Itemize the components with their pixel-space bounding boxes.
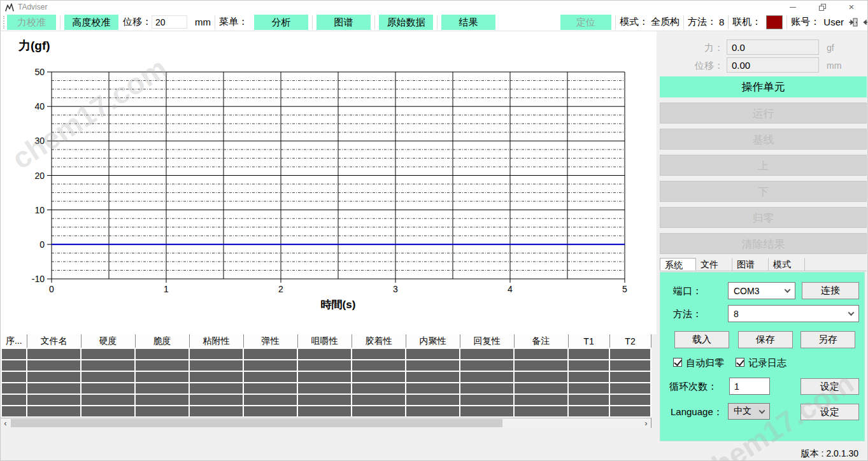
clear-results-button[interactable]: 清除结果 xyxy=(660,233,867,254)
table-cell xyxy=(568,406,609,417)
table-row[interactable] xyxy=(1,371,651,383)
log-label: 记录日志 xyxy=(748,357,786,369)
close-button[interactable]: × xyxy=(839,1,864,13)
up-button[interactable]: 上 xyxy=(660,155,867,176)
baseline-button[interactable]: 基线 xyxy=(660,129,867,150)
save-as-button[interactable]: 另存 xyxy=(800,331,855,348)
column-header[interactable]: 备注 xyxy=(514,334,568,348)
table-cell xyxy=(609,394,651,406)
table-cell xyxy=(27,394,81,406)
table-cell xyxy=(135,371,189,383)
height-calibration-button[interactable]: 高度校准 xyxy=(64,15,118,30)
raw-data-button[interactable]: 原始数据 xyxy=(379,15,433,30)
table-cell xyxy=(243,371,297,383)
save-button[interactable]: 保存 xyxy=(738,331,793,348)
connect-button[interactable]: 连接 xyxy=(802,282,859,299)
table-cell xyxy=(297,348,352,360)
column-header[interactable]: 序... xyxy=(1,334,27,348)
table-cell xyxy=(189,348,243,360)
tab-mode[interactable]: 模式 xyxy=(769,258,805,271)
column-header[interactable]: T2 xyxy=(609,334,651,348)
table-cell xyxy=(189,394,243,406)
column-header[interactable]: 内聚性 xyxy=(406,334,460,348)
table-cell xyxy=(568,371,609,383)
tab-system[interactable]: 系统 xyxy=(660,258,696,271)
graph-button[interactable]: 图谱 xyxy=(317,15,371,30)
tab-graph[interactable]: 图谱 xyxy=(732,258,769,271)
table-cell xyxy=(514,406,568,417)
table-cell xyxy=(27,360,81,371)
table-cell xyxy=(1,383,27,394)
set-cycles-button[interactable]: 设定 xyxy=(800,378,859,395)
force-unit: gf xyxy=(827,39,834,56)
table-cell xyxy=(297,406,352,417)
table-row[interactable] xyxy=(1,348,651,360)
table-cell xyxy=(27,348,81,360)
operation-unit-button[interactable]: 操作单元 xyxy=(660,76,867,97)
port-select[interactable]: COM3 xyxy=(728,282,795,299)
chart-plot-area: 50403020100-10012345 xyxy=(1,31,657,330)
login-icon[interactable] xyxy=(848,17,858,27)
analyze-button[interactable]: 分析 xyxy=(254,15,308,30)
table-cell xyxy=(460,383,514,394)
table-cell xyxy=(514,383,568,394)
horizontal-scrollbar[interactable]: ‹ › xyxy=(1,418,651,428)
column-header[interactable]: 咀嚼性 xyxy=(297,334,352,348)
log-checkbox[interactable] xyxy=(736,358,744,367)
set-language-button[interactable]: 设定 xyxy=(800,404,859,420)
table-row[interactable] xyxy=(1,406,651,417)
auto-zero-checkbox[interactable] xyxy=(673,358,682,367)
toolbar-separator xyxy=(728,15,729,29)
cycles-input[interactable] xyxy=(729,378,770,395)
results-table-panel: 序...文件名硬度脆度粘附性弹性咀嚼性胶着性内聚性回复性备注T1T2 ‹ › xyxy=(1,334,651,428)
minimize-icon xyxy=(790,7,796,8)
toolbar-grip[interactable] xyxy=(3,16,4,29)
svg-text:2: 2 xyxy=(278,284,283,294)
displacement-readout-field xyxy=(727,57,819,73)
language-select[interactable]: 中文 xyxy=(728,403,770,420)
table-row[interactable] xyxy=(1,394,651,406)
results-table: 序...文件名硬度脆度粘附性弹性咀嚼性胶着性内聚性回复性备注T1T2 xyxy=(1,334,651,418)
svg-text:3: 3 xyxy=(393,284,398,294)
column-header[interactable]: 弹性 xyxy=(243,334,297,348)
locate-button[interactable]: 定位 xyxy=(560,15,611,30)
table-cell xyxy=(81,383,135,394)
logout-icon[interactable] xyxy=(863,17,868,27)
table-cell xyxy=(460,348,514,360)
run-button[interactable]: 运行 xyxy=(660,103,867,124)
svg-text:50: 50 xyxy=(34,67,45,77)
mode-label: 模式： xyxy=(620,16,648,28)
load-button[interactable]: 载入 xyxy=(674,331,729,348)
down-button[interactable]: 下 xyxy=(660,181,867,202)
column-header[interactable]: T1 xyxy=(568,334,609,348)
displacement-input[interactable] xyxy=(152,15,187,29)
table-cell xyxy=(1,348,27,360)
column-header[interactable]: 粘附性 xyxy=(189,334,243,348)
chevron-down-icon xyxy=(785,287,791,293)
column-header[interactable]: 硬度 xyxy=(81,334,135,348)
column-header[interactable]: 脆度 xyxy=(135,334,189,348)
column-header[interactable]: 回复性 xyxy=(460,334,514,348)
table-cell xyxy=(189,406,243,417)
force-calibration-button[interactable]: 力校准 xyxy=(7,15,56,30)
table-cell xyxy=(81,371,135,383)
table-row[interactable] xyxy=(1,383,651,394)
table-cell xyxy=(609,360,651,371)
table-row[interactable] xyxy=(1,360,651,371)
method-select[interactable]: 8 xyxy=(728,305,859,322)
table-cell xyxy=(406,406,460,417)
displacement-label: 位移： xyxy=(123,16,152,28)
restore-button[interactable] xyxy=(810,1,834,13)
table-cell xyxy=(297,383,352,394)
scroll-left-arrow-icon[interactable]: ‹ xyxy=(1,418,10,428)
tab-file[interactable]: 文件 xyxy=(696,258,732,271)
table-cell xyxy=(406,371,460,383)
scroll-right-arrow-icon[interactable]: › xyxy=(641,418,651,428)
column-header[interactable]: 胶着性 xyxy=(352,334,406,348)
column-header[interactable]: 文件名 xyxy=(27,334,81,348)
scrollbar-thumb[interactable] xyxy=(11,419,502,427)
minimize-button[interactable] xyxy=(781,1,805,13)
results-button[interactable]: 结果 xyxy=(441,15,495,30)
table-cell xyxy=(514,371,568,383)
zero-button[interactable]: 归零 xyxy=(660,207,867,228)
